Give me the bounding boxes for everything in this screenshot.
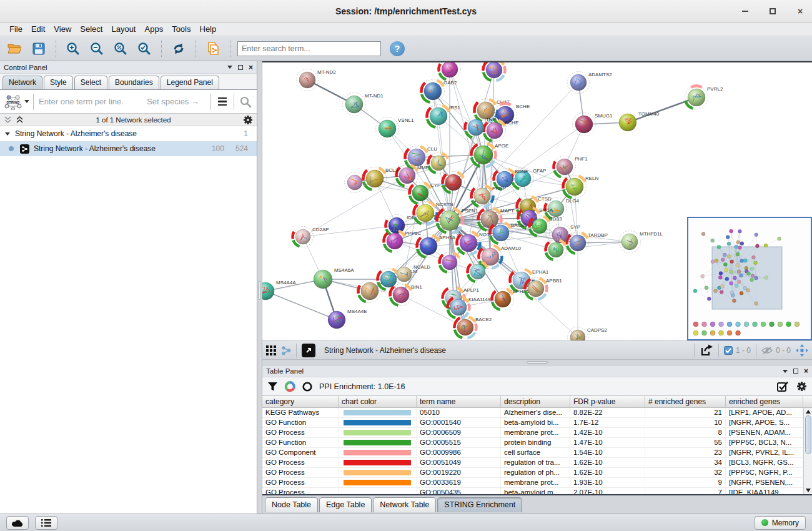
network-collection-row[interactable]: String Network - Alzheimer's disease 1 [0,126,257,141]
search-input[interactable] [237,41,381,56]
network-node[interactable] [546,240,567,261]
enrichment-row[interactable]: KEGG Pathways05010Alzheimer's dise...8.8… [262,408,812,418]
table-tab-string-enrichment[interactable]: STRING Enrichment [437,497,522,512]
ring-icon[interactable] [302,381,313,392]
export-network-icon[interactable] [700,344,713,357]
column-header-description[interactable]: description [501,396,570,407]
maximize-button[interactable] [766,4,780,18]
tab-network[interactable]: Network [2,76,42,89]
singleton-node[interactable] [753,322,758,327]
singleton-node[interactable] [795,322,800,327]
enrichment-row[interactable]: GO ProcessGO:0051049regulation of tra...… [262,458,812,468]
tree-expander-icon[interactable] [5,132,10,136]
string-search-button[interactable] [234,90,257,113]
float-panel-button[interactable] [793,369,798,374]
singleton-node[interactable] [719,330,724,335]
grid-view-icon[interactable] [266,345,276,355]
select-check-icon[interactable] [777,381,789,392]
singleton-node[interactable] [710,330,715,335]
table-splitter[interactable] [262,359,812,365]
network-node[interactable] [345,172,365,193]
network-node-NCALD[interactable]: NCALD [394,264,431,285]
network-node[interactable] [468,262,488,282]
scroll-up-icon[interactable] [806,410,811,414]
menu-item-tools[interactable]: Tools [167,23,195,35]
refresh-button[interactable] [169,39,189,58]
help-button[interactable]: ? [390,41,405,56]
singleton-node[interactable] [702,322,707,327]
copy-network-button[interactable] [203,39,223,58]
birdseye-view[interactable] [687,217,812,340]
collapse-all-icon[interactable] [4,116,12,124]
zoom-in-button[interactable] [63,39,83,58]
singleton-node[interactable] [693,322,698,327]
network-node-VSNL1[interactable]: VSNL1 [376,117,414,141]
singleton-node[interactable] [727,330,732,335]
splitter-grip[interactable] [258,281,261,300]
menu-item-edit[interactable]: Edit [27,23,49,35]
birdseye-viewport[interactable] [712,247,782,309]
network-node[interactable] [443,172,465,194]
network-node-CADPS2[interactable]: CADPS2 [568,327,608,341]
tab-legend-panel[interactable]: Legend Panel [161,76,219,89]
menu-item-file[interactable]: File [5,23,27,35]
network-node-IRS1[interactable]: IRS1 [427,105,461,128]
open-session-button[interactable] [5,39,25,58]
menu-item-help[interactable]: Help [196,23,221,35]
singleton-node[interactable] [710,322,715,327]
singleton-node[interactable] [736,330,741,335]
column-header-fdr-p-value[interactable]: FDR p-value [570,396,645,407]
navigator-icon[interactable] [796,344,808,357]
gear-icon[interactable] [243,115,253,125]
panel-splitter[interactable] [257,61,262,514]
scrollbar-thumb[interactable] [805,415,811,454]
column-header--enriched-genes[interactable]: # enriched genes [645,396,726,407]
string-source-selector[interactable]: STRING [0,90,33,113]
singleton-node[interactable] [778,322,783,327]
singleton-node[interactable] [761,322,766,327]
share-view-icon[interactable] [281,345,291,355]
tab-style[interactable]: Style [44,76,73,89]
table-tab-node-table[interactable]: Node Table [265,497,318,512]
string-query-input[interactable]: Enter one term per line. Set species → [34,97,210,106]
panel-menu-icon[interactable] [227,66,232,69]
zoom-out-button[interactable] [87,39,107,58]
column-header-term-name[interactable]: term name [417,396,501,407]
column-header-category[interactable]: category [262,396,339,407]
expand-all-icon[interactable] [16,116,24,124]
hidden-nodes-badge[interactable]: 0 - 0 [761,346,791,355]
singleton-node[interactable] [744,322,749,327]
close-panel-button[interactable]: × [249,64,253,71]
network-node-MTHFD1L[interactable]: MTHFD1L [619,231,663,253]
network-node-PVRL2[interactable]: PVRL2 [685,86,723,109]
table-tab-edge-table[interactable]: Edge Table [319,497,372,512]
network-node-RELN[interactable]: RELN [563,176,599,199]
singleton-node[interactable] [719,322,724,327]
float-panel-button[interactable] [238,65,243,70]
enrichment-row[interactable]: GO FunctionGO:0005515protein binding1.47… [262,438,812,448]
network-node[interactable] [483,62,505,81]
close-panel-button[interactable]: × [804,367,808,375]
enrichment-row[interactable]: GO ProcessGO:0019220regulation of ph...1… [262,468,812,478]
singleton-node[interactable] [736,322,741,327]
singleton-node[interactable] [786,322,791,327]
zoom-fit-button[interactable] [111,39,131,58]
species-hint[interactable]: Set species → [147,97,205,106]
network-node-MT-ND2[interactable]: MT-ND2 [297,69,337,91]
enrichment-row[interactable]: GO ProcessGO:0006509membrane prot...1.42… [262,428,812,438]
network-node-MS4A4E[interactable]: MS4A4E [328,309,367,329]
column-header-enriched-genes[interactable]: enriched genes [726,396,803,407]
network-node-SMUG1[interactable]: SMUG1 [573,113,613,136]
network-node-PRNP[interactable]: PRNP [472,186,507,207]
memory-button[interactable]: Memory [755,516,806,530]
singleton-node[interactable] [770,322,775,327]
network-canvas[interactable]: MT-ND2MT-ND1VSNL1GAB2IRS1CHATBCHEACHETNF… [262,61,812,340]
enrichment-row[interactable]: GO FunctionGO:0001540beta-amyloid bi...1… [262,418,812,428]
network-row[interactable]: String Network - Alzheimer's disease 100… [0,141,257,156]
network-node[interactable] [428,153,449,174]
network-node[interactable] [438,62,460,81]
network-node-MT-ND1[interactable]: MT-ND1 [343,93,384,116]
cloud-button[interactable] [6,516,29,530]
task-list-button[interactable] [35,516,57,530]
column-header-chart-color[interactable]: chart color [339,396,417,407]
